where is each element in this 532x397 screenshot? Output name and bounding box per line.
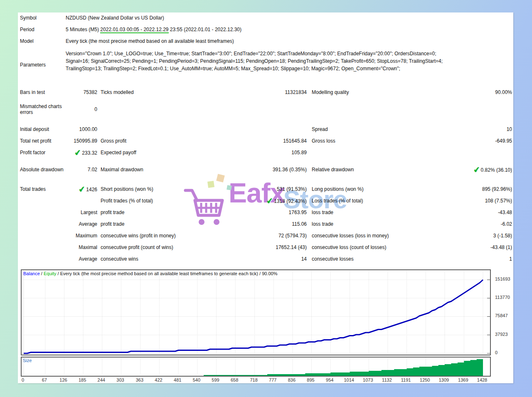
stat-label: loss trade (307, 221, 433, 227)
stat-value-text: 17652.14 (43) (276, 244, 307, 250)
period-suffix: 23:55 (2022.01.01 - 2022.12.30) (169, 27, 241, 32)
parameters-label: Parameters (20, 62, 66, 68)
stat-value: ✔233.32 (66, 150, 97, 156)
stat-value-text: 105.89 (291, 150, 307, 155)
check-icon: ✔ (266, 198, 273, 204)
stat-value-text: 150995.89 (74, 138, 97, 144)
parameters-row: Parameters Version="Crown 1.0"; Use_LOGO… (18, 50, 513, 80)
stat-label: Relative drawdown (307, 167, 433, 173)
symbol-value: NZDUSD (New Zealand Dollar vs US Dollar) (66, 15, 513, 21)
stat-label: Total net profit (20, 138, 66, 144)
check-icon: ✔ (473, 167, 480, 173)
stat-label: Gross loss (307, 138, 433, 144)
stat-label-text: Long positions (won %) (312, 186, 364, 192)
stat-value-text: 3 (-1.58) (493, 233, 512, 239)
period-prefix: 5 Minutes (M5) (66, 27, 100, 32)
stat-value: 11321834 (230, 89, 307, 95)
stat-label-text: Gross profit (101, 138, 126, 144)
x-tick-label: 599 (212, 377, 219, 382)
stat-row: Mismatched charts errors0 (18, 101, 513, 118)
balance-chart: Balance / Equity / Every tick (the most … (21, 269, 491, 355)
stat-row: Profit trades (% of total)✔1318 (92.43%)… (18, 198, 513, 210)
stat-value-text: -43.48 (1) (490, 244, 512, 250)
stat-value: Largest (66, 210, 97, 215)
stat-value: ✔1426 (66, 186, 97, 192)
stat-value: -43.48 (1) (433, 244, 512, 250)
stat-value: 895 (92.96%) (433, 186, 512, 192)
stat-value-text: Average (79, 221, 97, 227)
y-tick-label: 151693 (495, 276, 510, 281)
x-axis-labels: 0671261852443033634224815405996587187778… (21, 377, 491, 383)
legend-sep: / (40, 271, 44, 276)
stat-label: Long positions (won %) (307, 186, 433, 192)
stat-value: 531 (91.53%) (230, 186, 307, 192)
stat-row: Averageconsecutive wins14consecutive los… (18, 256, 513, 268)
stat-label: Bars in test (20, 89, 66, 95)
legend-equity: Equity (44, 271, 57, 276)
y-tick-label: 37923 (495, 332, 508, 337)
stat-value: -6.02 (433, 221, 512, 227)
stat-value-text: 75382 (84, 89, 97, 95)
stat-label: consecutive losses (307, 256, 433, 262)
stat-label-text: Relative drawdown (312, 167, 354, 173)
stat-value: 151645.84 (230, 138, 307, 144)
stat-label: Expected payoff (97, 150, 230, 155)
stat-value: 0 (66, 106, 97, 112)
stat-label: Maximal drawdown (97, 167, 230, 173)
stat-label-text: Ticks modelled (101, 89, 134, 95)
period-dates-underlined: 2022.01.03 00:05 - 2022.12.29 (100, 27, 168, 33)
stat-value-text: 0.82% (36.10) (481, 167, 512, 173)
stat-label-text: Total trades (20, 186, 46, 192)
stats-table: Bars in test75382Ticks modelled11321834M… (18, 89, 513, 268)
stat-label-text: loss trade (312, 210, 333, 215)
stat-label-text: consecutive loss (count of losses) (312, 244, 386, 250)
model-value: Every tick (the most precise method base… (66, 38, 513, 44)
stat-value: 14 (230, 256, 307, 262)
stat-label: Gross profit (97, 138, 230, 144)
stat-value-text: 1000.00 (79, 126, 97, 132)
stat-label: Ticks modelled (97, 89, 230, 95)
x-tick-label: 718 (250, 377, 257, 382)
strategy-tester-report: Symbol NZDUSD (New Zealand Dollar vs US … (18, 12, 513, 383)
y-tick-label: 113770 (495, 295, 510, 300)
stat-label-text: consecutive losses (312, 256, 354, 262)
stat-value: 1000.00 (66, 126, 97, 132)
stat-value: 1763.95 (230, 210, 307, 215)
stat-label: Loss trades (% of total) (307, 198, 433, 204)
stat-value-text: -649.95 (495, 138, 512, 144)
stat-value: 105.89 (230, 150, 307, 155)
stat-row: Maximalconsecutive profit (count of wins… (18, 244, 513, 256)
stat-value: 108 (7.57%) (433, 198, 512, 204)
stat-label-text: consecutive profit (count of wins) (101, 244, 173, 250)
x-tick-label: 1369 (458, 377, 468, 382)
stat-value: ✔0.82% (36.10) (433, 167, 512, 173)
stat-value: 17652.14 (43) (230, 244, 307, 250)
stat-value-text: 72 (5794.73) (278, 233, 307, 239)
stat-value: 150995.89 (66, 138, 97, 144)
stat-label-text: Mismatched charts errors (20, 104, 62, 115)
stat-value: -649.95 (433, 138, 512, 144)
stat-label-text: Gross loss (312, 138, 335, 144)
stat-label-text: profit trade (101, 210, 124, 215)
x-tick-label: 481 (174, 377, 181, 382)
stat-label-text: Spread (312, 126, 328, 132)
x-tick-label: 1428 (477, 377, 487, 382)
stat-label: consecutive loss (count of losses) (307, 244, 433, 250)
stat-value-text: 7.02 (88, 167, 97, 173)
period-row: Period 5 Minutes (M5) 2022.01.03 00:05 -… (18, 27, 513, 38)
x-tick-label: 1191 (401, 377, 411, 382)
stat-label: Mismatched charts errors (20, 104, 66, 115)
model-label: Model (20, 38, 66, 44)
stat-label: consecutive wins (profit in money) (97, 233, 230, 239)
stat-row: Averageprofit trade115.06loss trade-6.02 (18, 221, 513, 233)
stat-value-text: 1426 (86, 187, 97, 192)
stat-row: Largestprofit trade1763.95loss trade-43.… (18, 210, 513, 221)
stat-value-text: 10 (507, 126, 512, 132)
stat-value-text: 1 (509, 256, 512, 262)
stat-label-text: profit trade (101, 221, 124, 227)
stat-value-text: 895 (92.96%) (482, 186, 512, 192)
stat-value: -43.48 (433, 210, 512, 215)
x-tick-label: 1132 (382, 377, 392, 382)
stat-label: Profit factor (20, 150, 66, 155)
legend-balance: Balance (23, 271, 40, 276)
